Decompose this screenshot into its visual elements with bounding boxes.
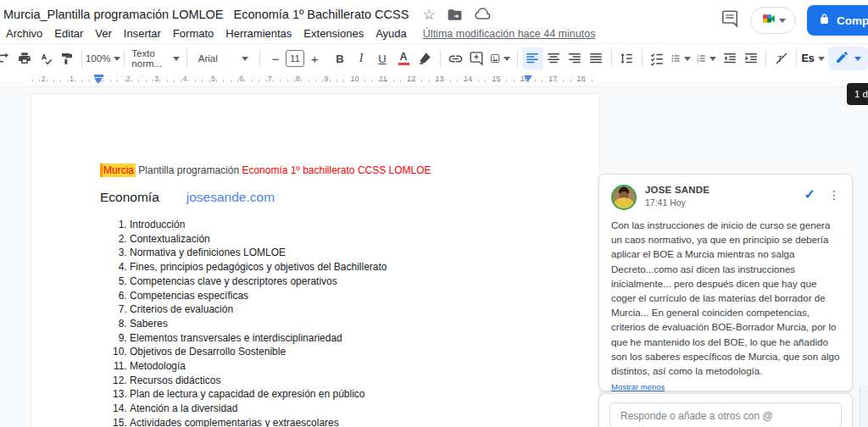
document-title[interactable]: Murcia_Plantilla programación LOMLOE Eco… xyxy=(3,8,409,21)
clear-formatting-icon[interactable]: T xyxy=(771,47,792,69)
move-folder-icon[interactable] xyxy=(447,7,463,23)
star-icon[interactable]: ☆ xyxy=(422,8,435,22)
language-select[interactable]: Es xyxy=(801,47,825,69)
numbered-list-button[interactable]: 123 xyxy=(693,47,719,69)
chevron-down-icon xyxy=(114,57,120,61)
comment-history-icon[interactable] xyxy=(721,9,739,31)
cloud-status-icon[interactable] xyxy=(474,6,491,23)
font-size-decrease-button[interactable]: − xyxy=(264,47,286,69)
list-item: Metodología xyxy=(130,359,565,374)
zoom-value: 100% xyxy=(86,53,110,64)
ruler-number: 16 xyxy=(520,75,529,83)
list-item: Plan de lectura y capacidad de expresión… xyxy=(130,387,565,402)
menu-extensiones[interactable]: Extensiones xyxy=(298,25,370,42)
chevron-down-icon xyxy=(709,57,716,61)
align-right-button[interactable] xyxy=(565,47,586,69)
styles-select[interactable]: Texto norm... xyxy=(129,47,181,69)
text-color-label: A xyxy=(400,52,408,63)
print-icon[interactable] xyxy=(14,47,35,69)
ruler-number: 11 xyxy=(379,75,387,83)
insert-link-icon[interactable] xyxy=(445,47,466,69)
doc-heading-line[interactable]: Economíajosesande.com xyxy=(100,190,565,205)
highlight-color-icon[interactable] xyxy=(415,47,436,69)
underline-button[interactable]: U xyxy=(372,47,393,69)
doc-heading[interactable]: Economía xyxy=(100,190,159,204)
increase-indent-icon[interactable] xyxy=(740,47,761,69)
menu-editar[interactable]: Editar xyxy=(48,25,89,42)
highlighted-text[interactable]: Murcia xyxy=(100,164,136,177)
font-select[interactable]: Arial xyxy=(192,47,256,69)
last-modified-link[interactable]: Última modificación hace 44 minutos xyxy=(423,28,596,40)
ruler-number: 4 xyxy=(182,75,186,83)
line-spacing-icon[interactable] xyxy=(616,47,637,69)
list-item: Normativa y definiciones LOMLOE xyxy=(130,246,565,260)
add-comment-icon[interactable] xyxy=(466,47,487,69)
comment-card[interactable]: JOSE SANDE 17:41 Hoy ✓ ⋮ Con las instruc… xyxy=(598,174,853,391)
styles-value: Texto norm... xyxy=(131,48,169,69)
resolve-check-icon[interactable]: ✓ xyxy=(804,186,815,202)
spellcheck-icon[interactable] xyxy=(35,47,56,69)
chevron-down-icon xyxy=(242,57,248,61)
list-item: Introducción xyxy=(130,218,565,232)
insert-image-button[interactable] xyxy=(487,47,513,69)
reply-input[interactable] xyxy=(609,402,842,427)
doc-title-line[interactable]: Murcia Plantilla programación Economía 1… xyxy=(100,164,565,176)
meet-button[interactable] xyxy=(750,7,796,34)
align-justify-button[interactable] xyxy=(586,47,607,69)
font-size-increase-button[interactable]: + xyxy=(304,47,326,69)
ruler-number: 5 xyxy=(211,75,215,83)
doc-title-mid[interactable]: Plantilla programación xyxy=(136,164,242,176)
paint-format-icon[interactable] xyxy=(56,47,77,69)
font-size-input[interactable]: 11 xyxy=(286,50,303,67)
menu-herramientas[interactable]: Herramientas xyxy=(220,25,298,42)
app-header: Murcia_Plantilla programación LOMLOE Eco… xyxy=(0,0,868,44)
pencil-icon xyxy=(835,50,849,68)
ruler-number: 8 xyxy=(296,75,300,83)
list-item: Actividades complementarias y extraescol… xyxy=(130,416,565,427)
doc-title-red[interactable]: Economía 1º bachillerato CCSS LOMLOE xyxy=(242,164,431,176)
show-less-link[interactable]: Mostrar menos xyxy=(611,382,665,391)
ruler-number: 2 xyxy=(41,75,45,83)
redo-icon[interactable] xyxy=(0,47,14,69)
align-left-button[interactable] xyxy=(522,47,543,69)
document-page[interactable]: Murcia Plantilla programación Economía 1… xyxy=(31,93,600,427)
ruler-number: 6 xyxy=(239,75,243,83)
comment-timestamp: 17:41 Hoy xyxy=(645,197,709,208)
bulleted-list-button[interactable] xyxy=(668,47,693,69)
avatar xyxy=(611,185,637,210)
list-item: Contextualización xyxy=(130,232,565,247)
comment-reply-card[interactable] xyxy=(598,393,853,427)
editing-mode-button[interactable] xyxy=(828,47,868,70)
ruler-number: 1 xyxy=(70,75,74,83)
ruler[interactable]: 21123456789101112131415161718 xyxy=(0,73,868,87)
align-center-button[interactable] xyxy=(543,47,565,69)
more-options-icon[interactable]: ⋮ xyxy=(828,188,840,202)
ruler-number: 14 xyxy=(464,75,472,83)
share-button-label: Compartir xyxy=(837,14,868,27)
bold-button[interactable]: B xyxy=(330,47,351,69)
menu-formato[interactable]: Formato xyxy=(167,25,220,42)
menu-ayuda[interactable]: Ayuda xyxy=(370,25,413,42)
decrease-indent-icon[interactable] xyxy=(719,47,740,69)
ruler-number: 1 xyxy=(97,75,102,83)
meet-icon xyxy=(761,11,776,30)
italic-button[interactable]: I xyxy=(351,47,372,69)
doc-link[interactable]: josesande.com xyxy=(186,190,275,204)
scrollbar[interactable] xyxy=(860,385,868,427)
menu-ver[interactable]: Ver xyxy=(89,25,118,42)
language-value: Es xyxy=(801,53,814,64)
chevron-down-icon xyxy=(854,57,861,61)
doc-numbered-list[interactable]: IntroducciónContextualizaciónNormativa y… xyxy=(100,218,565,427)
menu-insertar[interactable]: Insertar xyxy=(118,25,167,42)
list-item: Saberes xyxy=(130,317,565,331)
zoom-select[interactable]: 100% xyxy=(86,47,120,69)
checklist-icon[interactable] xyxy=(647,47,668,69)
share-button[interactable]: Compartir xyxy=(807,5,868,36)
list-item: Fines, principios pedagógicos y objetivo… xyxy=(130,260,565,274)
ruler-number: 7 xyxy=(268,75,272,83)
text-color-button[interactable]: A xyxy=(393,47,415,69)
lock-icon xyxy=(819,14,830,27)
menu-archivo[interactable]: Archivo xyxy=(0,25,48,42)
ruler-number: 10 xyxy=(350,75,359,83)
list-item: Atención a la diversidad xyxy=(130,402,565,416)
